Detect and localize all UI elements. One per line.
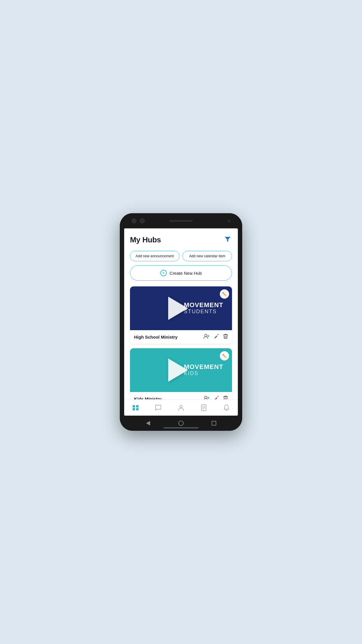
plus-circle-icon: + xyxy=(160,270,167,276)
back-arrow-icon xyxy=(146,421,150,426)
nav-bell-item[interactable] xyxy=(215,400,238,416)
hub-2-edit-overlay-button[interactable]: ✏️ xyxy=(220,351,229,360)
speaker-bar xyxy=(169,220,193,222)
phone-screen: My Hubs Add new announcement Add new cal… xyxy=(124,228,238,416)
nav-docs-item[interactable] xyxy=(192,400,215,416)
home-circle-icon xyxy=(178,421,184,426)
phone-top-bar xyxy=(120,213,242,228)
svg-rect-2 xyxy=(133,405,135,407)
hub-2-add-user-icon[interactable] xyxy=(203,396,210,399)
chat-nav-icon xyxy=(155,405,161,411)
android-bottom-bar xyxy=(120,416,242,431)
page-header: My Hubs xyxy=(130,235,232,244)
android-recents-button[interactable] xyxy=(211,420,217,426)
hub-logo-sub-1: STUDENTS xyxy=(184,309,223,315)
screen-content[interactable]: My Hubs Add new announcement Add new cal… xyxy=(124,228,238,399)
camera-group xyxy=(131,218,145,223)
camera-lens-1 xyxy=(131,218,137,223)
pencil-icon-2: ✏️ xyxy=(222,354,227,358)
front-camera xyxy=(228,219,231,222)
hub-card-2-footer: Kids Ministry xyxy=(130,392,232,399)
pencil-icon-1: ✏️ xyxy=(222,292,227,296)
hub-1-edit-overlay-button[interactable]: ✏️ xyxy=(220,289,229,299)
nav-hubs-item[interactable] xyxy=(124,400,147,416)
hub-card-2[interactable]: MOVEMENT KIDS ✏️ Kids Ministry xyxy=(130,348,232,399)
page-title: My Hubs xyxy=(130,235,161,244)
profile-nav-icon xyxy=(178,405,184,411)
svg-point-0 xyxy=(205,334,207,337)
hub-logo-sub-2: KIDS xyxy=(184,370,223,377)
add-calendar-button[interactable]: Add new calendar item xyxy=(182,251,232,261)
hub-card-1[interactable]: MOVEMENT STUDENTS ✏️ High School Ministr… xyxy=(130,286,232,344)
hub-1-delete-icon[interactable] xyxy=(223,334,228,340)
hub-logo-main-2: MOVEMENT xyxy=(184,363,223,370)
hub-2-name: Kids Ministry xyxy=(134,396,161,400)
hub-2-delete-icon[interactable] xyxy=(223,396,228,399)
svg-rect-4 xyxy=(133,408,135,410)
android-back-button[interactable] xyxy=(145,420,151,426)
hub-1-actions xyxy=(203,334,228,340)
action-buttons-row: Add new announcement Add new calendar it… xyxy=(130,251,232,261)
hub-1-name: High School Ministry xyxy=(134,335,178,340)
docs-nav-icon xyxy=(201,405,206,411)
hub-card-2-logo: MOVEMENT KIDS xyxy=(184,363,223,377)
filter-button[interactable] xyxy=(223,235,232,244)
hub-card-1-footer: High School Ministry xyxy=(130,330,232,344)
android-home-button[interactable] xyxy=(178,420,184,426)
hubs-nav-icon xyxy=(132,405,139,411)
hub-card-1-image: MOVEMENT STUDENTS ✏️ xyxy=(130,286,232,330)
nav-chat-item[interactable] xyxy=(147,400,170,416)
phone-shell: My Hubs Add new announcement Add new cal… xyxy=(120,213,242,431)
hub-logo-main-1: MOVEMENT xyxy=(184,302,223,309)
add-announcement-button[interactable]: Add new announcement xyxy=(130,251,180,261)
bottom-pill xyxy=(164,427,198,428)
hub-card-2-image: MOVEMENT KIDS ✏️ xyxy=(130,348,232,392)
svg-rect-5 xyxy=(136,408,138,410)
filter-icon xyxy=(224,237,231,242)
svg-point-6 xyxy=(180,405,182,408)
create-hub-label: Create New Hub xyxy=(170,271,202,276)
recents-square-icon xyxy=(212,421,216,426)
hub-1-edit-icon[interactable] xyxy=(214,334,219,340)
hub-card-1-logo: MOVEMENT STUDENTS xyxy=(184,302,223,315)
svg-point-1 xyxy=(205,396,207,398)
app-body: My Hubs Add new announcement Add new cal… xyxy=(124,228,238,399)
hub-2-edit-icon[interactable] xyxy=(214,396,219,399)
nav-profile-item[interactable] xyxy=(170,400,192,416)
camera-lens-2 xyxy=(140,218,145,223)
svg-rect-3 xyxy=(136,405,138,407)
bottom-nav xyxy=(124,399,238,416)
hub-1-add-user-icon[interactable] xyxy=(203,334,210,340)
hub-2-actions xyxy=(203,396,228,399)
create-hub-button[interactable]: + Create New Hub xyxy=(130,265,232,281)
bell-nav-icon xyxy=(224,405,229,411)
